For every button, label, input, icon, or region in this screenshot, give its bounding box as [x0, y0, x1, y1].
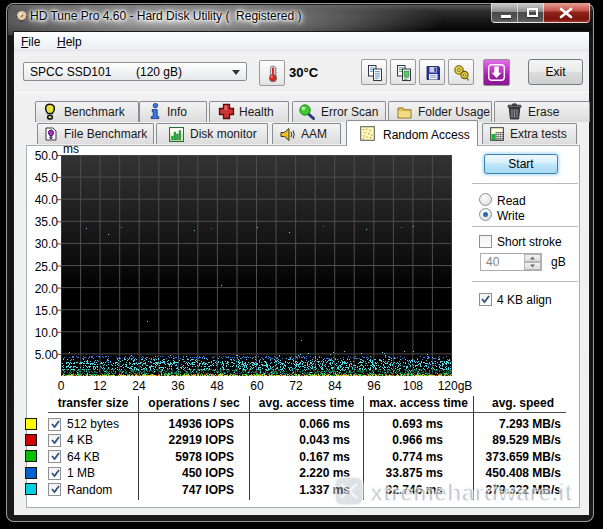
svg-text:xtremehardware.it: xtremehardware.it [370, 480, 573, 506]
